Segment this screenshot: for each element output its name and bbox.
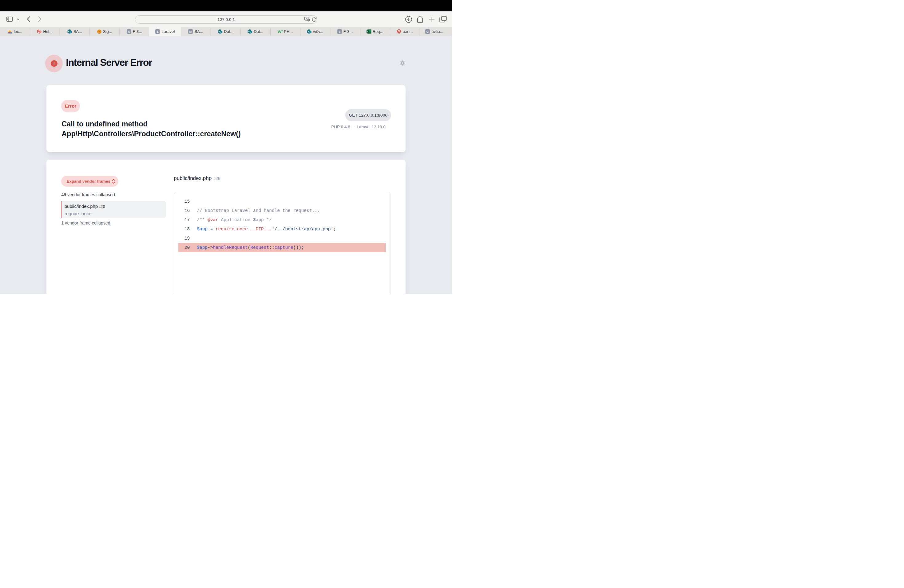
svg-text:W: W	[278, 30, 282, 34]
svg-text:S: S	[338, 30, 340, 33]
svg-text:1: 1	[157, 30, 158, 33]
svg-text:S: S	[248, 30, 250, 33]
svg-text:X: X	[367, 30, 369, 33]
svg-text:PMA: PMA	[8, 32, 12, 34]
svg-text:S: S	[128, 30, 130, 33]
svg-text:S: S	[68, 30, 70, 33]
svg-text:S: S	[308, 30, 309, 33]
svg-text:G: G	[427, 30, 428, 33]
svg-text:S: S	[218, 30, 220, 33]
svg-text:M: M	[190, 30, 192, 33]
svg-text:3: 3	[282, 29, 283, 32]
svg-text:x: x	[308, 19, 309, 21]
